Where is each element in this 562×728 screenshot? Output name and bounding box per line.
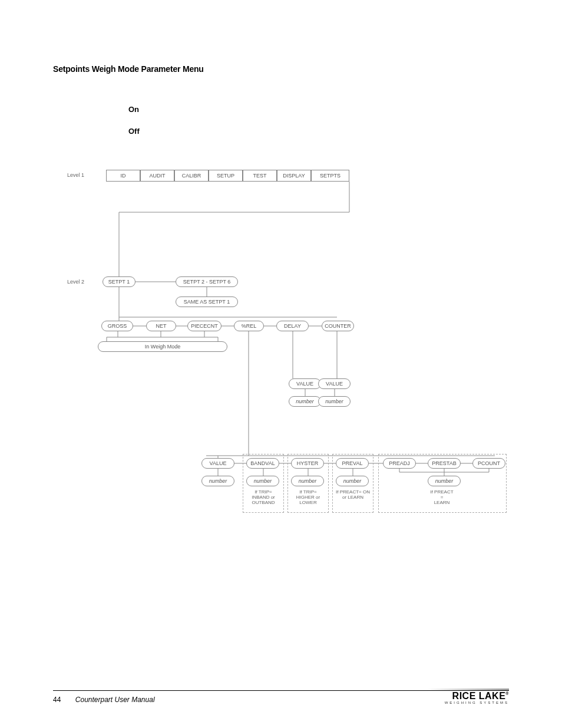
toggle-on-label: On bbox=[128, 105, 139, 114]
menu-diagram: Level 1 ID AUDIT CALIBR SETUP TEST DISPL… bbox=[53, 165, 507, 519]
section-title: Setpoints Weigh Mode Parameter Menu bbox=[53, 64, 204, 74]
value-pill: VALUE bbox=[201, 458, 234, 469]
counter-number-pill: number bbox=[318, 396, 351, 407]
value-num: number bbox=[201, 476, 234, 486]
menu-setpts: SETPTS bbox=[311, 170, 349, 182]
preval-group bbox=[332, 454, 373, 513]
setpt-range-pill: SETPT 2 - SETPT 6 bbox=[176, 276, 238, 287]
in-weigh-pill: In Weigh Mode bbox=[98, 341, 227, 352]
page-footer: 44 Counterpart User Manual RICE LAKE® WE… bbox=[53, 689, 509, 704]
counter-value-pill: VALUE bbox=[318, 378, 351, 389]
delay-pill: DELAY bbox=[276, 321, 309, 331]
menu-calibr: CALIBR bbox=[174, 170, 209, 182]
counter-pill: COUNTER bbox=[322, 321, 354, 331]
logo-sub-text: WEIGHING SYSTEMS bbox=[427, 701, 509, 704]
level1-label: Level 1 bbox=[67, 172, 84, 178]
brand-logo: RICE LAKE® WEIGHING SYSTEMS bbox=[427, 689, 509, 704]
setpt1-pill: SETPT 1 bbox=[103, 276, 135, 287]
delay-number-pill: number bbox=[289, 396, 321, 407]
pctrel-pill: %REL bbox=[234, 321, 264, 331]
menu-setup: SETUP bbox=[209, 170, 243, 182]
logo-main-text: RICE LAKE® bbox=[427, 691, 509, 701]
toggle-off-label: Off bbox=[128, 127, 140, 136]
manual-title: Counterpart User Manual bbox=[75, 696, 155, 704]
level2-label: Level 2 bbox=[67, 279, 84, 285]
menu-display: DISPLAY bbox=[277, 170, 311, 182]
menu-test: TEST bbox=[243, 170, 277, 182]
menu-audit: AUDIT bbox=[140, 170, 174, 182]
preval-note: If PREACT= ON or LEARN bbox=[336, 489, 370, 500]
pregroup-note: If PREACT = LEARN bbox=[406, 489, 477, 506]
net-pill: NET bbox=[146, 321, 176, 331]
gross-pill: GROSS bbox=[101, 321, 133, 331]
logo-bar-icon bbox=[427, 689, 509, 690]
page-number: 44 bbox=[53, 696, 61, 704]
menu-id: ID bbox=[106, 170, 140, 182]
delay-value-pill: VALUE bbox=[289, 378, 321, 389]
bandval-note: If TRIP= INBAND or OUTBAND bbox=[246, 489, 280, 506]
same-as-pill: SAME AS SETPT 1 bbox=[176, 297, 238, 307]
piececnt-pill: PIECECNT bbox=[187, 321, 222, 331]
hyster-note: If TRIP= HIGHER or LOWER bbox=[291, 489, 325, 506]
